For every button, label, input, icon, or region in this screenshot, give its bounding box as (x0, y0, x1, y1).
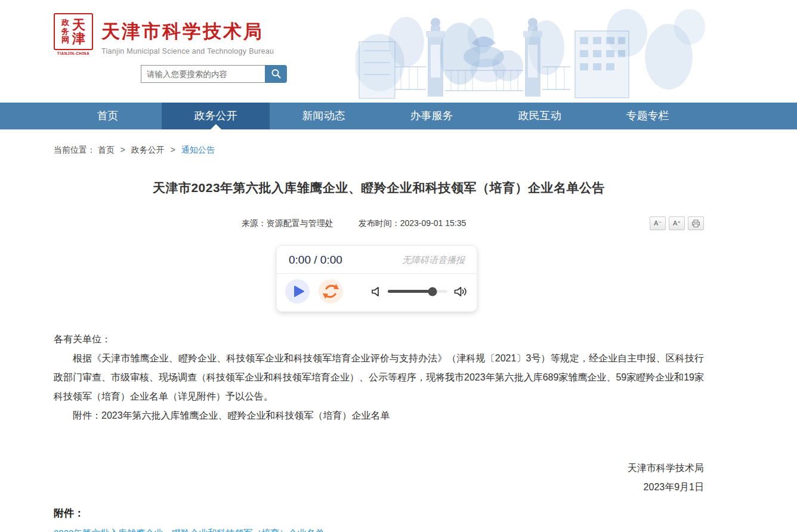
audio-caption: 无障碍语音播报 (402, 255, 465, 266)
main-content: 当前位置： 首页 > 政务公开 > 通知公告 天津市2023年第六批入库雏鹰企业… (54, 129, 704, 532)
audio-reader-widget: 0:00 / 0:00 无障碍语音播报 (276, 245, 477, 312)
nav-item-interaction[interactable]: 政民互动 (486, 103, 594, 129)
article-title: 天津市2023年第六批入库雏鹰企业、瞪羚企业和科技领军（培育）企业名单公告 (54, 180, 704, 196)
article-signature: 天津市科学技术局 2023年9月1日 (54, 459, 704, 497)
printer-icon (691, 219, 700, 228)
breadcrumb-separator: > (121, 145, 125, 154)
search-input[interactable] (141, 65, 265, 83)
breadcrumb-item-gov-disclosure[interactable]: 政务公开 (131, 145, 165, 154)
tianjin-seal-logo: 政务网 天津 TIANJIN-CHINA (54, 13, 93, 55)
breadcrumb-item-home[interactable]: 首页 (98, 145, 115, 154)
source-value: 资源配置与管理处 (267, 218, 333, 228)
main-paragraph: 根据《天津市雏鹰企业、瞪羚企业、科技领军企业和科技领军培育企业评价与支持办法》（… (54, 349, 704, 406)
volume-up-icon[interactable] (454, 286, 468, 297)
loop-button[interactable] (319, 279, 343, 304)
header-watercolor-building-art (356, 0, 705, 100)
source-label: 来源： (242, 218, 267, 228)
nav-item-home[interactable]: 首页 (54, 103, 162, 129)
seal-caption: TIANJIN-CHINA (54, 51, 93, 55)
site-subtitle-english: Tianjin Municipal Science and Technology… (101, 47, 274, 55)
volume-controls (371, 286, 468, 297)
print-button[interactable] (688, 216, 704, 230)
signature-organization: 天津市科学技术局 (54, 459, 704, 478)
breadcrumb-item-notices[interactable]: 通知公告 (181, 145, 215, 154)
signature-date: 2023年9月1日 (54, 478, 704, 497)
volume-slider-thumb[interactable] (428, 287, 437, 296)
attachment-section: 附件： 2023年第六批入库雏鹰企业、瞪羚企业和科技领军（培育）企业名单 (54, 506, 704, 532)
play-button[interactable] (285, 279, 310, 304)
font-increase-button[interactable]: A⁺ (669, 216, 685, 230)
article-meta-row: 来源：资源配置与管理处发布时间：2023-09-01 15:35 A⁻ A⁺ (54, 218, 704, 233)
nav-item-special-topics[interactable]: 专题专栏 (594, 103, 702, 129)
volume-mute-icon[interactable] (371, 286, 381, 297)
attachment-note-paragraph: 附件：2023年第六批入库雏鹰企业、瞪羚企业和科技领军（培育）企业名单 (54, 406, 704, 425)
search-bar (141, 65, 287, 83)
publish-time-label: 发布时间： (359, 218, 400, 228)
seal-left-characters: 政务网 (61, 18, 70, 45)
attachment-download-link[interactable]: 2023年第六批入库雏鹰企业、瞪羚企业和科技领军（培育）企业名单 (54, 528, 324, 532)
nav-item-news[interactable]: 新闻动态 (270, 103, 378, 129)
nav-item-gov-disclosure[interactable]: 政务公开 (162, 103, 270, 129)
search-button[interactable] (265, 65, 287, 83)
font-decrease-button[interactable]: A⁻ (650, 216, 666, 230)
article-body: 各有关单位： 根据《天津市雏鹰企业、瞪羚企业、科技领军企业和科技领军培育企业评价… (54, 330, 704, 425)
audio-time-display: 0:00 / 0:00 (289, 253, 342, 267)
breadcrumb-separator: > (171, 145, 175, 154)
site-header: 政务网 天津 TIANJIN-CHINA 天津市科学技术局 Tianjin Mu… (0, 0, 797, 103)
breadcrumb-label: 当前位置： (54, 145, 95, 154)
volume-slider[interactable] (388, 290, 447, 293)
seal-right-characters: 天津 (72, 18, 86, 45)
site-title: 天津市科学技术局 (101, 19, 274, 44)
search-icon (270, 68, 282, 80)
loop-icon (319, 279, 343, 304)
volume-slider-fill (388, 290, 433, 293)
salutation-paragraph: 各有关单位： (54, 330, 704, 349)
breadcrumb: 当前位置： 首页 > 政务公开 > 通知公告 (54, 129, 704, 156)
publish-time-value: 2023-09-01 15:35 (400, 218, 467, 228)
main-navigation: 首页 政务公开 新闻动态 办事服务 政民互动 专题专栏 (0, 103, 797, 129)
play-icon (285, 279, 310, 304)
site-logo[interactable]: 政务网 天津 TIANJIN-CHINA 天津市科学技术局 Tianjin Mu… (54, 13, 274, 55)
article-tools: A⁻ A⁺ (650, 216, 704, 230)
attachment-heading: 附件： (54, 506, 704, 520)
nav-item-services[interactable]: 办事服务 (378, 103, 486, 129)
